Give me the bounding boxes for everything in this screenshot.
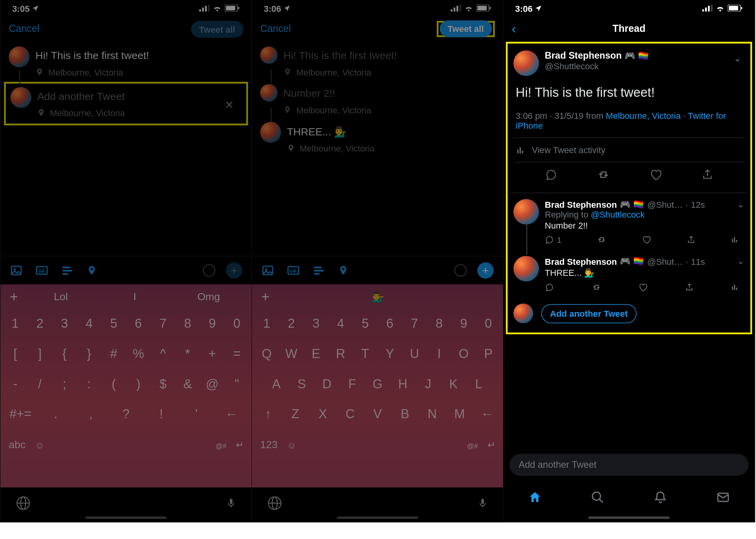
kb-key[interactable]: !: [144, 407, 179, 422]
kb-key[interactable]: T: [353, 347, 378, 362]
kb-key[interactable]: 2: [28, 316, 52, 331]
kb-key[interactable]: ←: [473, 407, 500, 422]
back-button[interactable]: ‹: [511, 22, 516, 37]
avatar[interactable]: [513, 199, 539, 225]
kb-key[interactable]: E: [304, 347, 328, 362]
location-icon[interactable]: [87, 264, 97, 277]
kb-key[interactable]: G: [365, 377, 390, 391]
kb-key[interactable]: ,: [73, 407, 108, 422]
chevron-down-icon[interactable]: ⌄: [737, 199, 745, 210]
globe-icon[interactable]: [16, 496, 31, 511]
kb-emoji-key[interactable]: ☺: [287, 440, 296, 451]
location-row[interactable]: Melbourne, Victoria: [284, 105, 495, 115]
kb-key[interactable]: /: [28, 377, 52, 391]
kb-enter-key[interactable]: ↵: [236, 439, 243, 450]
kb-key[interactable]: 8: [175, 316, 200, 331]
kb-key[interactable]: 4: [77, 316, 102, 331]
kb-key[interactable]: P: [476, 347, 501, 362]
main-tweet[interactable]: Brad Stephenson🎮 🏳️‍🌈 @Shuttlecock ⌄ Hi!…: [511, 47, 747, 193]
kb-key[interactable]: %: [126, 347, 151, 362]
reply-tweet-1[interactable]: Brad Stephenson 🎮 🏳️‍🌈 @Shut… · 12s ⌄ Re…: [511, 193, 747, 250]
kb-key[interactable]: J: [415, 377, 441, 391]
kb-key[interactable]: {: [52, 347, 77, 362]
kb-enter-key[interactable]: ↵: [487, 439, 495, 450]
kb-key[interactable]: ?: [108, 407, 143, 422]
location-row[interactable]: Melbourne, Victoria: [284, 67, 495, 78]
retweet-icon[interactable]: [591, 282, 602, 292]
kb-key[interactable]: 1: [254, 316, 279, 331]
kb-at-key[interactable]: @#: [467, 442, 478, 450]
share-icon[interactable]: [701, 168, 713, 181]
tweet-all-button[interactable]: Tweet all: [191, 20, 243, 37]
kb-emoji-key[interactable]: ☺: [35, 440, 44, 451]
kb-key[interactable]: V: [364, 407, 391, 422]
kb-key[interactable]: [: [3, 347, 28, 362]
like-icon[interactable]: [642, 235, 651, 244]
kb-key[interactable]: 7: [151, 316, 176, 331]
kb-key[interactable]: M: [446, 407, 473, 422]
gif-icon[interactable]: GIF: [35, 264, 48, 277]
kb-suggestion[interactable]: I: [98, 290, 172, 303]
add-tweet-button[interactable]: +: [477, 262, 493, 279]
kb-key[interactable]: H: [390, 377, 415, 391]
location-row[interactable]: Melbourne, Victoria: [37, 107, 241, 118]
compose-tweet-1[interactable]: Hi! This is the first tweet! Melbourne, …: [252, 42, 503, 79]
kb-key[interactable]: *: [175, 347, 200, 362]
globe-icon[interactable]: [267, 496, 282, 511]
add-another-button[interactable]: Add another Tweet: [541, 304, 637, 323]
kb-key[interactable]: A: [264, 377, 289, 391]
avatar[interactable]: [513, 256, 539, 281]
kb-key[interactable]: 1: [3, 316, 28, 331]
location-icon[interactable]: [338, 264, 348, 277]
share-icon[interactable]: [684, 282, 694, 292]
location-row[interactable]: Melbourne, Victoria: [287, 143, 495, 153]
kb-key[interactable]: U: [402, 347, 427, 362]
search-tab[interactable]: [591, 490, 604, 504]
retweet-icon[interactable]: [597, 235, 607, 244]
kb-key[interactable]: ←: [214, 407, 249, 422]
kb-key[interactable]: O: [451, 347, 476, 362]
keyboard[interactable]: + 💁‍♂️ 1234567890 QWERTYUIOP ASDFGHJKL ↑…: [252, 284, 503, 487]
reply-icon[interactable]: [545, 282, 554, 292]
share-icon[interactable]: [686, 235, 696, 244]
kb-key[interactable]: #: [102, 347, 126, 362]
kb-abc-key[interactable]: abc: [9, 438, 26, 450]
kb-key[interactable]: =: [224, 347, 249, 362]
like-icon[interactable]: [649, 168, 662, 181]
kb-key[interactable]: W: [279, 347, 304, 362]
kb-key[interactable]: }: [77, 347, 102, 362]
kb-suggestion[interactable]: Omg: [172, 290, 246, 303]
photo-icon[interactable]: [261, 264, 274, 277]
kb-key[interactable]: :: [77, 377, 102, 391]
kb-key[interactable]: Q: [254, 347, 279, 362]
view-activity-row[interactable]: View Tweet activity: [513, 138, 745, 162]
avatar[interactable]: [513, 50, 539, 76]
kb-key[interactable]: +: [200, 347, 225, 362]
reply-tweet-2[interactable]: Brad Stephenson 🎮 🏳️‍🌈 @Shut… · 11s ⌄ TH…: [511, 250, 747, 298]
kb-key[interactable]: R: [328, 347, 353, 362]
messages-tab[interactable]: [716, 490, 730, 504]
kb-key[interactable]: 9: [451, 316, 476, 331]
compose-tweet-new[interactable]: Add another Tweet Melbourne, Victoria ✕: [11, 87, 242, 118]
kb-plus[interactable]: +: [6, 288, 24, 305]
kb-key[interactable]: 6: [126, 316, 151, 331]
kb-at-key[interactable]: @#: [215, 442, 226, 450]
location-row[interactable]: Melbourne, Victoria: [35, 67, 243, 78]
kb-key[interactable]: N: [419, 407, 446, 422]
retweet-icon[interactable]: [596, 168, 610, 181]
kb-key[interactable]: 3: [52, 316, 77, 331]
kb-key[interactable]: 4: [328, 316, 353, 331]
kb-key[interactable]: I: [427, 347, 452, 362]
kb-key[interactable]: X: [309, 407, 336, 422]
chevron-down-icon[interactable]: ⌄: [734, 53, 741, 64]
close-icon[interactable]: ✕: [225, 99, 233, 111]
tweet-all-button[interactable]: Tweet all: [439, 20, 492, 37]
kb-key[interactable]: ": [224, 377, 249, 391]
notifications-tab[interactable]: [653, 490, 667, 504]
replyto-link[interactable]: @Shuttlecock: [591, 209, 645, 219]
kb-key[interactable]: Y: [378, 347, 402, 362]
kb-key[interactable]: 3: [304, 316, 328, 331]
reply-icon[interactable]: [545, 168, 557, 181]
kb-key[interactable]: 0: [476, 316, 501, 331]
kb-key[interactable]: D: [314, 377, 339, 391]
